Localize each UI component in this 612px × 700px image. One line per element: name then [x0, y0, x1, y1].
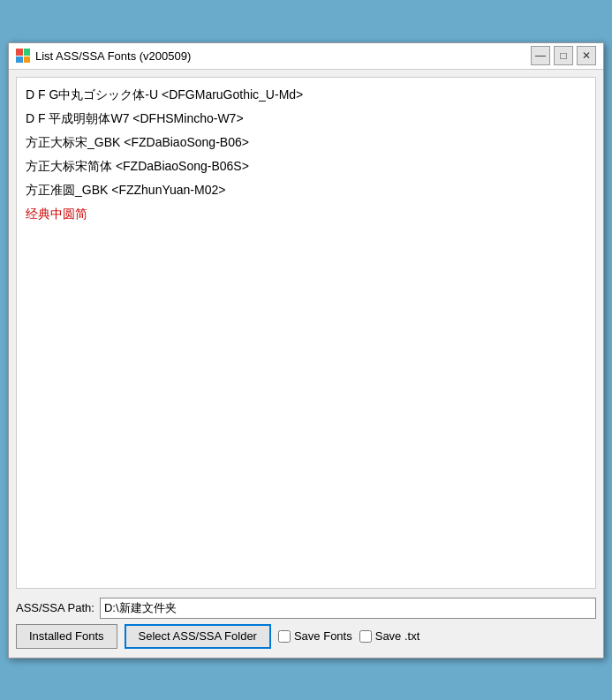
close-button[interactable]: ✕ [577, 46, 596, 65]
list-item: 方正准圆_GBK <FZZhunYuan-M02> [24, 178, 588, 202]
title-bar-left: List ASS/SSA Fonts (v200509) [16, 49, 191, 63]
maximize-button[interactable]: □ [554, 46, 573, 65]
list-item: D F G中丸ゴシック体-U <DFGMaruGothic_U-Md> [24, 83, 588, 107]
select-folder-button[interactable]: Select ASS/SSA Folder [125, 624, 271, 649]
list-item: D F 平成明朝体W7 <DFHSMincho-W7> [24, 107, 588, 131]
list-item: 经典中圆简 [24, 202, 588, 226]
main-window: List ASS/SSA Fonts (v200509) — □ ✕ D F G… [8, 42, 604, 659]
title-bar: List ASS/SSA Fonts (v200509) — □ ✕ [9, 43, 603, 70]
path-row: ASS/SSA Path: [16, 598, 596, 619]
save-fonts-label: Save Fonts [294, 629, 352, 643]
list-item: 方正大标宋_GBK <FZDaBiaoSong-B06> [24, 131, 588, 154]
save-txt-checkbox-group: Save .txt [359, 629, 420, 643]
installed-fonts-button[interactable]: Installed Fonts [16, 624, 117, 649]
save-fonts-checkbox-group: Save Fonts [278, 629, 352, 643]
font-list-area: D F G中丸ゴシック体-U <DFGMaruGothic_U-Md>D F 平… [16, 77, 596, 589]
app-icon [16, 49, 30, 63]
window-title: List ASS/SSA Fonts (v200509) [35, 49, 191, 63]
path-label: ASS/SSA Path: [16, 601, 94, 614]
path-input[interactable] [100, 598, 596, 619]
save-txt-checkbox[interactable] [359, 630, 372, 643]
list-item: 方正大标宋简体 <FZDaBiaoSong-B06S> [24, 154, 588, 178]
buttons-row: Installed Fonts Select ASS/SSA Folder Sa… [16, 624, 596, 652]
save-fonts-checkbox[interactable] [278, 630, 291, 643]
title-bar-buttons: — □ ✕ [531, 46, 596, 65]
bottom-bar: ASS/SSA Path: Installed Fonts Select ASS… [9, 592, 603, 658]
save-txt-label: Save .txt [375, 629, 420, 643]
minimize-button[interactable]: — [531, 46, 550, 65]
